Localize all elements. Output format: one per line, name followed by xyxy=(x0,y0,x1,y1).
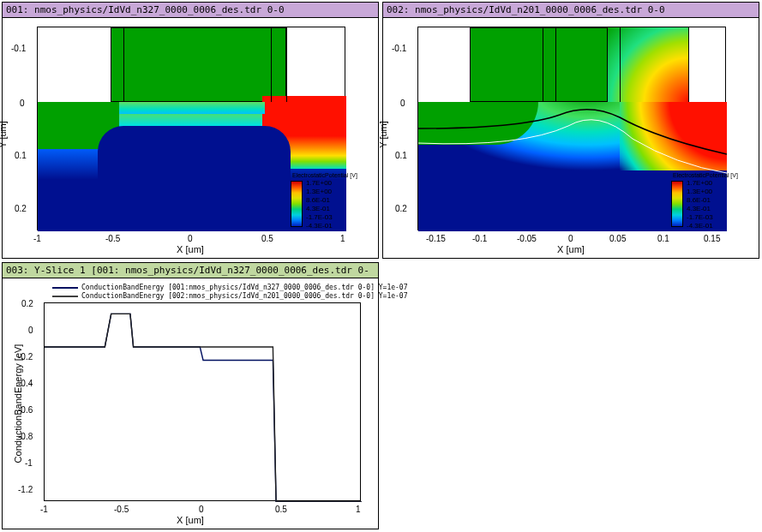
panel-3[interactable]: 003: Y-Slice 1 [001: nmos_physics/IdVd_n… xyxy=(2,262,379,529)
xtick: 0.5 xyxy=(261,234,273,243)
legend-entry-1: ConductionBandEnergy [001:nmos_physics/I… xyxy=(52,284,408,291)
panel-2[interactable]: 002: nmos_physics/IdVd_n201_0000_0006_de… xyxy=(382,2,759,259)
xtick: 0 xyxy=(188,234,193,243)
panel-2-colorbar xyxy=(671,181,683,227)
panel-3-title: 003: Y-Slice 1 [001: nmos_physics/IdVd_n… xyxy=(3,263,378,278)
ytick: 0.2 xyxy=(15,204,27,213)
panel-1-title: 001: nmos_physics/IdVd_n327_0000_0006_de… xyxy=(3,3,378,18)
xtick: 1 xyxy=(340,234,345,243)
line-chart-svg xyxy=(45,303,362,502)
panel-2-xlabel: X [um] xyxy=(383,244,759,254)
xtick: -1 xyxy=(33,234,41,243)
panel-1-xlabel: X [um] xyxy=(3,244,378,254)
panel-2-ylabel: Y [um] xyxy=(378,121,388,148)
ytick: -0.1 xyxy=(11,44,26,53)
colorbar-title: ElectrostaticPotential [V] xyxy=(673,172,738,178)
panel-1-ylabel: Y [um] xyxy=(0,121,8,148)
panel-1[interactable]: 001: nmos_physics/IdVd_n327_0000_0006_de… xyxy=(2,2,379,259)
panel-3-plot[interactable] xyxy=(44,302,361,501)
ytick: 0.1 xyxy=(15,151,27,160)
xtick: -0.5 xyxy=(105,234,120,243)
panel-1-colorbar xyxy=(291,181,303,227)
colorbar-title: ElectrostaticPotential [V] xyxy=(292,172,357,178)
legend-entry-2: ConductionBandEnergy [002:nmos_physics/I… xyxy=(52,292,408,300)
panel-2-title: 002: nmos_physics/IdVd_n201_0000_0006_de… xyxy=(383,3,759,18)
panel-3-xlabel: X [um] xyxy=(3,515,378,525)
ytick: 0 xyxy=(20,99,25,108)
